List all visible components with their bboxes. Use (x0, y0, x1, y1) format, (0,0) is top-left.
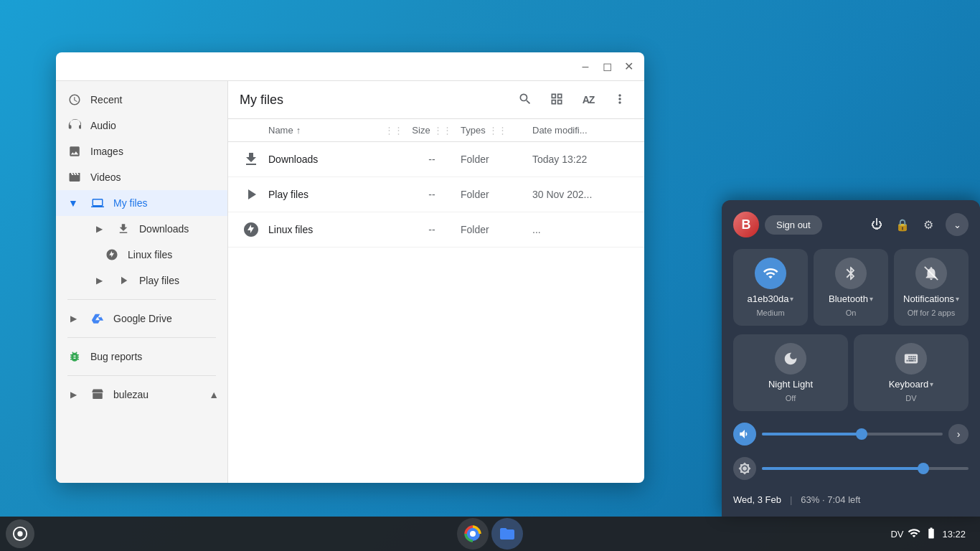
sidebar-item-myfiles[interactable]: ▼ My files (56, 190, 227, 216)
notifications-icon-circle (915, 258, 947, 289)
status-tray[interactable]: DV 13:22 (885, 524, 971, 545)
notifications-label: Notifications (903, 293, 954, 304)
column-header-date[interactable]: Date modifi... (532, 125, 633, 136)
main-content: My files AZ (228, 81, 644, 483)
wifi-toggle[interactable]: a1eb30da ▾ Medium (733, 249, 808, 326)
sidebar-item-googledrive[interactable]: ▶ Google Drive (56, 306, 227, 331)
wifi-sub: Medium (756, 309, 784, 317)
headphone-icon (67, 118, 82, 133)
night-light-icon-circle (775, 343, 806, 375)
file-name-linuxfiles: Linux files (268, 224, 403, 235)
volume-fill (762, 433, 862, 435)
sidebar-item-bugreports[interactable]: Bug reports (56, 344, 227, 369)
file-row-linuxfiles[interactable]: Linux files -- Folder ... (228, 212, 644, 248)
sign-out-button[interactable]: Sign out (765, 215, 822, 235)
files-app-icon[interactable] (491, 518, 523, 550)
file-size-linuxfiles: -- (403, 224, 461, 235)
sort-button[interactable]: AZ (575, 87, 601, 113)
column-header-types[interactable]: Types ⋮⋮ (461, 125, 532, 136)
brightness-thumb[interactable] (918, 463, 929, 474)
grid-view-button[interactable] (544, 87, 570, 113)
bluetooth-label: Bluetooth (829, 293, 868, 304)
sidebar-item-videos[interactable]: Videos (56, 164, 227, 190)
panel-collapse-button[interactable]: ⌄ (946, 213, 969, 236)
settings-button[interactable]: ⚙ (917, 213, 940, 236)
launcher-button[interactable] (6, 519, 34, 548)
sidebar-item-images[interactable]: Images (56, 138, 227, 164)
keyboard-status: DV (890, 529, 903, 540)
wifi-status-icon (908, 527, 920, 542)
playfiles-folder-icon (240, 183, 263, 206)
sidebar-item-googledrive-label: Google Drive (113, 313, 172, 324)
night-light-toggle[interactable]: Night Light Off (733, 334, 848, 411)
sidebar-item-linux-files[interactable]: Linux files ⋮⋮ (56, 242, 227, 268)
search-icon (518, 92, 532, 108)
sidebar-item-bulezau[interactable]: ▶ bulezau ▲ (56, 382, 227, 408)
sidebar-item-playfiles[interactable]: ▶ Play files (56, 268, 227, 293)
taskbar-left (0, 519, 34, 548)
power-button[interactable]: ⏻ (865, 213, 888, 236)
wifi-icon-circle (755, 258, 786, 289)
file-row-downloads[interactable]: Downloads -- Folder Today 13:22 (228, 142, 644, 177)
avatar-initial: B (742, 217, 751, 232)
night-light-sub: Off (786, 394, 796, 402)
drive-icon (90, 311, 105, 326)
sidebar-item-recent[interactable]: Recent (56, 87, 227, 113)
wifi-arrow: ▾ (790, 295, 793, 303)
image-icon (67, 144, 82, 159)
keyboard-icon-circle (895, 343, 927, 375)
battery-status-icon (925, 527, 938, 542)
sidebar-item-videos-label: Videos (90, 171, 121, 183)
bluetooth-arrow: ▾ (870, 295, 873, 303)
time-display: 13:22 (942, 529, 966, 540)
sidebar-divider-1 (67, 299, 216, 300)
file-list-header: Name ↑ ⋮⋮ Size ⋮⋮ Types ⋮⋮ Date modifi..… (228, 119, 644, 142)
close-button[interactable]: ✕ (618, 57, 639, 77)
file-row-playfiles[interactable]: Play files -- Folder 30 Nov 202... (228, 177, 644, 212)
expand-arrow-drive: ▶ (67, 313, 79, 324)
lock-button[interactable]: 🔒 (891, 213, 914, 236)
eject-icon[interactable]: ▲ (209, 389, 219, 400)
sidebar-item-linuxfiles-label: Linux files (128, 249, 172, 260)
removable-icon (90, 387, 105, 402)
clock-icon (67, 93, 82, 107)
volume-track[interactable] (762, 433, 943, 435)
night-light-label: Night Light (768, 379, 813, 390)
bug-icon (67, 349, 82, 364)
more-icon (613, 92, 627, 108)
file-size-playfiles: -- (403, 189, 461, 200)
file-toolbar: My files AZ (228, 81, 644, 119)
expand-arrow-myfiles: ▼ (67, 197, 79, 209)
column-header-name[interactable]: Name ↑ ⋮⋮ (268, 125, 403, 136)
panel-toggles-row2: Night Light Off Keyboard ▾ DV (733, 334, 969, 411)
chromeos-app-icon[interactable] (457, 518, 489, 550)
notifications-toggle[interactable]: Notifications ▾ Off for 2 apps (894, 249, 969, 326)
taskbar-center (457, 518, 523, 550)
sidebar-item-bugreports-label: Bug reports (90, 351, 142, 362)
file-type-downloads: Folder (461, 154, 532, 165)
volume-expand-button[interactable]: › (948, 424, 969, 444)
notifications-sub: Off for 2 apps (908, 309, 955, 317)
linuxfiles-folder-icon (240, 218, 263, 241)
volume-thumb[interactable] (856, 428, 867, 440)
sidebar-item-audio[interactable]: Audio (56, 113, 227, 138)
window-titlebar: – ◻ ✕ (56, 52, 644, 81)
keyboard-toggle[interactable]: Keyboard ▾ DV (854, 334, 969, 411)
minimize-button[interactable]: – (575, 57, 595, 77)
keyboard-arrow: ▾ (930, 380, 933, 388)
column-header-size[interactable]: Size ⋮⋮ (403, 125, 461, 136)
sidebar-item-downloads[interactable]: ▶ Downloads (56, 216, 227, 242)
search-button[interactable] (512, 87, 538, 113)
file-manager-window: – ◻ ✕ Recent Audio (56, 52, 644, 483)
sidebar-item-downloads-label: Downloads (139, 223, 189, 235)
bluetooth-toggle[interactable]: Bluetooth ▾ On (814, 249, 888, 326)
file-name-downloads: Downloads (268, 154, 403, 165)
brightness-track[interactable] (762, 467, 969, 470)
more-options-button[interactable] (607, 87, 633, 113)
computer-icon (90, 196, 105, 210)
brightness-fill (762, 467, 923, 470)
file-name-playfiles: Play files (268, 189, 403, 200)
bluetooth-sub: On (846, 309, 857, 317)
panel-header: B Sign out ⏻ 🔒 ⚙ ⌄ (733, 212, 969, 237)
maximize-button[interactable]: ◻ (597, 57, 617, 77)
